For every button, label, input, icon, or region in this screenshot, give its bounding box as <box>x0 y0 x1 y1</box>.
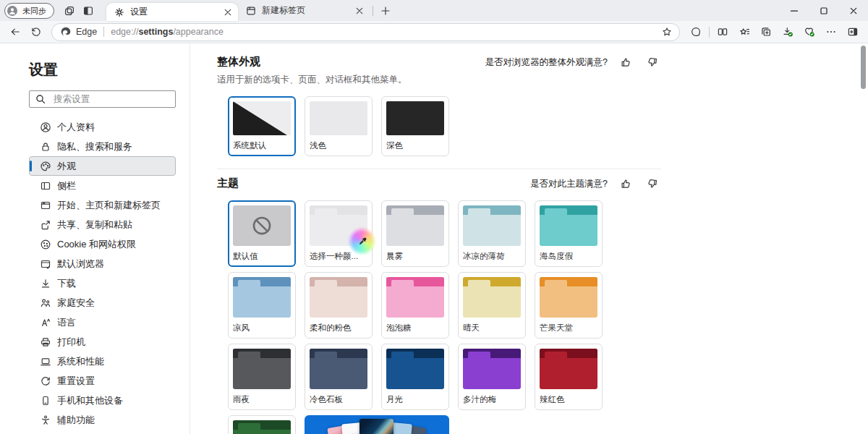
workspaces-button[interactable] <box>60 3 79 18</box>
favorites-button[interactable] <box>733 23 755 41</box>
close-button[interactable] <box>838 0 868 21</box>
appearance-swatch <box>233 101 291 135</box>
thumbs-up-button[interactable] <box>617 176 634 191</box>
collections-button[interactable] <box>755 23 777 41</box>
profile-button[interactable]: 未同步 <box>4 3 54 19</box>
thumbs-down-button[interactable] <box>644 55 661 69</box>
theme-card-选择一种颜...[interactable]: 选择一种颜... <box>305 200 373 267</box>
sidebar-item-辅助功能[interactable]: 辅助功能 <box>29 410 176 430</box>
theme-card-海岛度假[interactable]: 海岛度假 <box>535 200 603 267</box>
new-tab-button[interactable] <box>376 3 394 18</box>
theme-swatch <box>233 420 291 434</box>
sidebar-item-语言[interactable]: 语言 <box>29 312 176 332</box>
card-label: 雨夜 <box>233 394 291 405</box>
theme-card-芒果天堂[interactable]: 芒果天堂 <box>535 272 603 339</box>
sidebar-item-label: 家庭安全 <box>57 297 95 310</box>
browser-essentials-icon <box>804 26 815 38</box>
minimize-button[interactable] <box>779 0 809 21</box>
theme-card-月光[interactable]: 月光 <box>381 344 449 410</box>
sidebar-item-系统和性能[interactable]: 系统和性能 <box>29 352 176 371</box>
theme-card-柔和的粉色[interactable]: 柔和的粉色 <box>305 272 373 339</box>
sidebar-item-下载[interactable]: 下载 <box>29 273 176 293</box>
avatar <box>7 5 18 17</box>
sidebar-item-共享、复制和粘贴[interactable]: 共享、复制和粘贴 <box>29 215 176 234</box>
navigation-toolbar: Edge edge://settings/appearance <box>0 21 868 43</box>
person-icon <box>40 122 51 133</box>
theme-card-冷色石板[interactable]: 冷色石板 <box>305 344 373 410</box>
sidebar-item-隐私、搜索和服务[interactable]: 隐私、搜索和服务 <box>29 137 176 156</box>
sidebar-item-外观[interactable]: 外观 <box>29 156 176 176</box>
star-icon <box>661 26 673 38</box>
browser-check-icon <box>40 258 51 270</box>
thumb-down-icon <box>647 56 658 68</box>
tab-settings[interactable]: 设置 <box>106 3 238 21</box>
sidebar-item-家庭安全[interactable]: 家庭安全 <box>29 293 176 312</box>
sidebar-item-关于 Microsoft Edge[interactable]: 关于 Microsoft Edge <box>29 430 176 434</box>
appearance-content: 整体外观 适用于新的选项卡、页面、对话框和其他菜单。 是否对浏览器的整体外观满意… <box>191 43 868 434</box>
sidebar-item-打印机[interactable]: 打印机 <box>29 332 176 352</box>
theme-grid: 默认值 选择一种颜... 晨雾 冰凉的薄荷 海岛度假 凉风 柔和 <box>228 200 661 434</box>
sidebar-item-label: 默认浏览器 <box>57 258 104 271</box>
theme-swatch <box>540 349 597 389</box>
theme-card-冰凉的薄荷[interactable]: 冰凉的薄荷 <box>458 200 526 267</box>
sidebar-item-Cookie 和网站权限[interactable]: Cookie 和网站权限 <box>29 234 176 254</box>
downloads-icon <box>782 26 793 38</box>
laptop-icon <box>40 356 51 367</box>
settings-search-box[interactable] <box>29 90 176 108</box>
theme-card-晨雾[interactable]: 晨雾 <box>381 200 449 267</box>
thumbs-down-button[interactable] <box>644 176 661 191</box>
address-bar[interactable]: Edge edge://settings/appearance <box>51 23 680 41</box>
page-scrollbar[interactable] <box>860 43 867 434</box>
edge-logo-icon <box>60 26 72 38</box>
theme-gallery-banner[interactable] <box>305 415 449 434</box>
tab-new-tab-page[interactable]: 新建标签页 <box>238 0 370 21</box>
thumbs-up-button[interactable] <box>617 55 634 69</box>
theme-card-晴天[interactable]: 晴天 <box>458 272 526 339</box>
toolbar-divider <box>709 27 710 38</box>
appearance-option-深色[interactable]: 深色 <box>381 96 449 156</box>
tab-close-button[interactable] <box>353 4 365 17</box>
theme-card-雨夜[interactable]: 雨夜 <box>228 344 296 410</box>
theme-card-unnamed[interactable] <box>228 415 296 434</box>
sidebar-item-个人资料[interactable]: 个人资料 <box>29 117 176 137</box>
theme-card-辣红色[interactable]: 辣红色 <box>535 344 603 410</box>
card-label: 浅色 <box>310 140 367 151</box>
sidebar-item-默认浏览器[interactable]: 默认浏览器 <box>29 254 176 273</box>
refresh-button[interactable] <box>25 23 46 41</box>
theme-card-泡泡糖[interactable]: 泡泡糖 <box>381 272 449 339</box>
maximize-button[interactable] <box>809 0 838 21</box>
section-subtitle: 适用于新的选项卡、页面、对话框和其他菜单。 <box>217 74 407 86</box>
more-button[interactable] <box>820 23 842 41</box>
copilot-button[interactable] <box>685 23 707 41</box>
favorite-star-button[interactable] <box>658 25 676 40</box>
theme-card-默认值[interactable]: 默认值 <box>228 200 296 267</box>
back-button[interactable] <box>4 23 25 41</box>
sidebar-toggle-icon <box>847 26 859 38</box>
appearance-option-系统默认[interactable]: 系统默认 <box>228 96 296 156</box>
site-label: Edge <box>76 27 97 37</box>
appearance-option-浅色[interactable]: 浅色 <box>305 96 373 156</box>
card-label: 多汁的梅 <box>463 394 521 405</box>
sidebar-toggle-button[interactable] <box>842 23 864 41</box>
browser-essentials-button[interactable] <box>799 23 820 41</box>
family-icon <box>40 297 51 309</box>
theme-card-多汁的梅[interactable]: 多汁的梅 <box>458 344 526 410</box>
card-label: 月光 <box>386 394 444 405</box>
vertical-tabs-button[interactable] <box>79 3 98 18</box>
split-screen-button[interactable] <box>712 23 733 41</box>
downloads-button[interactable] <box>777 23 799 41</box>
sidebar-item-重置设置[interactable]: 重置设置 <box>29 371 176 391</box>
sidebar-item-侧栏[interactable]: 侧栏 <box>29 176 176 195</box>
theme-card-凉风[interactable]: 凉风 <box>228 272 296 339</box>
settings-nav: 个人资料 隐私、搜索和服务 外观 侧栏 开始、主页和新建标签页 共享、复制和粘贴… <box>29 117 176 434</box>
scrollbar-thumb[interactable] <box>861 46 866 89</box>
sidebar-item-手机和其他设备[interactable]: 手机和其他设备 <box>29 391 176 410</box>
tab-close-button[interactable] <box>221 6 234 18</box>
sidebar-item-开始、主页和新建标签页[interactable]: 开始、主页和新建标签页 <box>29 195 176 215</box>
card-label: 晨雾 <box>386 251 444 262</box>
card-label: 凉风 <box>233 323 291 333</box>
color-picker-badge[interactable] <box>352 231 372 251</box>
edge-browser-window: { "titlebar": { "profile_label": "未同步", … <box>0 0 868 434</box>
refresh-icon <box>30 26 42 38</box>
search-input[interactable] <box>52 93 170 105</box>
